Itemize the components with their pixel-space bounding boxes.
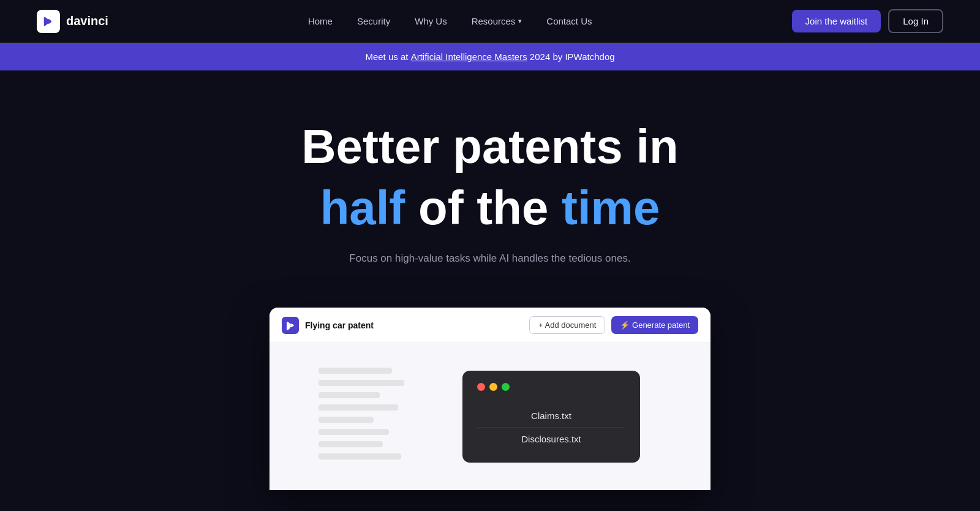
login-button[interactable]: Log In (888, 9, 943, 33)
banner-post-text: 2024 by IPWatchdog (527, 51, 615, 62)
file-item-claims[interactable]: Claims.txt (477, 404, 625, 428)
nav-link-resources[interactable]: Resources (472, 16, 516, 26)
nav-link-security[interactable]: Security (357, 16, 390, 26)
nav-link-contact[interactable]: Contact Us (546, 16, 592, 26)
nav-item-security[interactable]: Security (357, 16, 390, 27)
hero-highlight-time: time (562, 181, 660, 235)
nav-links: Home Security Why Us Resources ▾ Contact… (308, 16, 592, 27)
banner-pre-text: Meet us at (365, 51, 410, 62)
add-document-button[interactable]: + Add document (529, 316, 605, 334)
hero-title-line1: Better patents in (301, 119, 678, 175)
ui-preview-actions: + Add document ⚡ Generate patent (529, 316, 698, 334)
ui-preview-logo-icon (282, 317, 299, 334)
ui-preview-header: Flying car patent + Add document ⚡ Gener… (270, 308, 710, 343)
close-dot (477, 383, 485, 391)
chevron-down-icon: ▾ (518, 17, 522, 25)
logo-group[interactable]: davinci (37, 10, 108, 33)
banner-link[interactable]: Artificial Intelligence Masters (411, 51, 527, 62)
maximize-dot (502, 383, 510, 391)
ui-preview-card: Flying car patent + Add document ⚡ Gener… (270, 308, 710, 490)
announcement-banner: Meet us at Artificial Intelligence Maste… (0, 43, 980, 70)
window-control-dots (477, 383, 625, 391)
nav-item-resources[interactable]: Resources ▾ (472, 16, 522, 26)
nav-item-home[interactable]: Home (308, 16, 333, 27)
nav-item-contact[interactable]: Contact Us (546, 16, 592, 27)
document-lines-illustration (318, 368, 417, 490)
join-waitlist-button[interactable]: Join the waitlist (792, 10, 881, 32)
file-picker-modal: Claims.txt Disclosures.txt (462, 371, 640, 463)
ui-preview-body: Claims.txt Disclosures.txt (270, 343, 710, 490)
brand-name: davinci (66, 14, 108, 28)
nav-actions: Join the waitlist Log In (792, 9, 943, 33)
generate-patent-button[interactable]: ⚡ Generate patent (611, 316, 698, 334)
hero-subtitle: Focus on high-value tasks while AI handl… (349, 252, 630, 265)
hero-title-line2: half of the time (320, 181, 660, 236)
hero-title-middle: of the (405, 181, 562, 235)
hero-highlight-half: half (320, 181, 405, 235)
nav-item-whyus[interactable]: Why Us (415, 16, 447, 27)
navbar: davinci Home Security Why Us Resources ▾… (0, 0, 980, 43)
nav-link-home[interactable]: Home (308, 16, 333, 26)
ui-preview-title-group: Flying car patent (282, 317, 374, 334)
minimize-dot (489, 383, 497, 391)
hero-section: Better patents in half of the time Focus… (0, 70, 980, 490)
logo-icon (37, 10, 60, 33)
nav-link-whyus[interactable]: Why Us (415, 16, 447, 26)
ui-preview-title: Flying car patent (305, 320, 374, 330)
file-item-disclosures[interactable]: Disclosures.txt (477, 428, 625, 450)
